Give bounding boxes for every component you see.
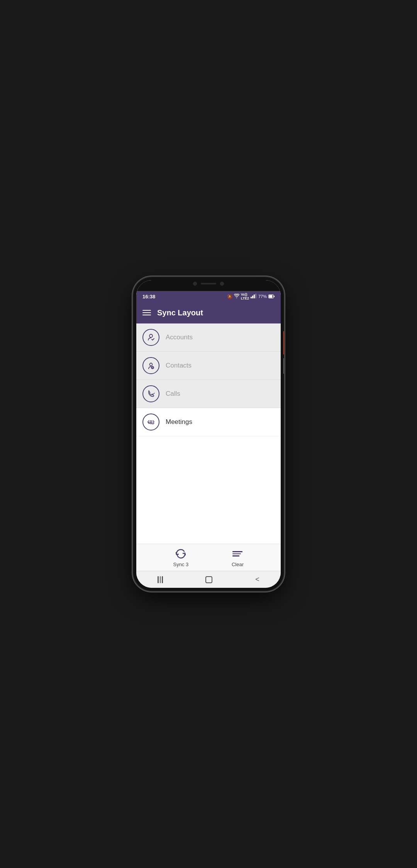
list-item-accounts[interactable]: Accounts — [136, 323, 281, 352]
svg-rect-0 — [251, 297, 252, 298]
wifi-icon — [234, 294, 239, 299]
meetings-handshake-icon — [146, 417, 156, 427]
screen: 16:38 🔕 Vo))LTE2 — [136, 280, 281, 588]
accounts-label: Accounts — [166, 334, 193, 341]
battery-text: 77% — [258, 294, 267, 299]
lte-icon: Vo))LTE2 — [241, 293, 249, 300]
phone-frame: 16:38 🔕 Vo))LTE2 — [133, 277, 284, 591]
app-bar: Sync Layout — [136, 302, 281, 323]
status-time: 16:38 — [142, 294, 155, 300]
nav-bar: < — [136, 571, 281, 588]
svg-rect-1 — [252, 296, 253, 298]
svg-point-10 — [150, 421, 152, 423]
hamburger-menu[interactable] — [142, 310, 151, 315]
contacts-label: Contacts — [166, 362, 192, 369]
accounts-check-icon — [146, 333, 156, 342]
back-icon[interactable]: < — [255, 575, 259, 584]
status-icons: 🔕 Vo))LTE2 — [227, 293, 275, 300]
list-item-contacts[interactable]: Contacts — [136, 352, 281, 380]
signal-icon — [251, 294, 257, 299]
calls-icon-wrapper — [142, 385, 159, 402]
svg-rect-3 — [255, 294, 256, 298]
svg-rect-6 — [274, 296, 275, 297]
svg-rect-2 — [254, 294, 255, 298]
contacts-check-icon — [146, 361, 156, 370]
camera-left — [193, 282, 197, 286]
clear-icon — [231, 548, 244, 560]
accounts-icon-wrapper — [142, 329, 159, 346]
notch — [185, 280, 232, 287]
sync-list: Accounts Contacts — [136, 323, 281, 408]
mute-icon: 🔕 — [227, 294, 232, 299]
list-item-meetings[interactable]: Meetings — [136, 408, 281, 436]
meetings-icon-wrapper — [142, 414, 159, 431]
svg-point-8 — [150, 363, 153, 366]
recent-apps-icon[interactable] — [158, 576, 163, 583]
status-bar: 16:38 🔕 Vo))LTE2 — [136, 291, 281, 302]
svg-point-7 — [149, 334, 153, 337]
svg-rect-5 — [269, 295, 273, 298]
notch-area — [136, 280, 281, 291]
battery-icon — [268, 293, 275, 300]
clear-button[interactable]: Clear — [231, 548, 244, 567]
content-area: Accounts Contacts — [136, 323, 281, 571]
clear-label: Clear — [232, 562, 244, 567]
sync-label: Sync 3 — [173, 562, 189, 567]
speaker — [201, 283, 216, 284]
camera-right — [220, 282, 224, 286]
calls-check-icon — [146, 389, 156, 398]
sync-button[interactable]: Sync 3 — [173, 548, 189, 567]
list-item-calls[interactable]: Calls — [136, 380, 281, 408]
home-icon[interactable] — [205, 576, 212, 583]
bottom-action-bar: Sync 3 Clear — [136, 544, 281, 571]
contacts-icon-wrapper — [142, 357, 159, 374]
meetings-label: Meetings — [166, 418, 192, 426]
calls-label: Calls — [166, 390, 180, 398]
empty-content — [136, 436, 281, 544]
app-title: Sync Layout — [157, 308, 203, 317]
sync-icon — [175, 548, 187, 560]
